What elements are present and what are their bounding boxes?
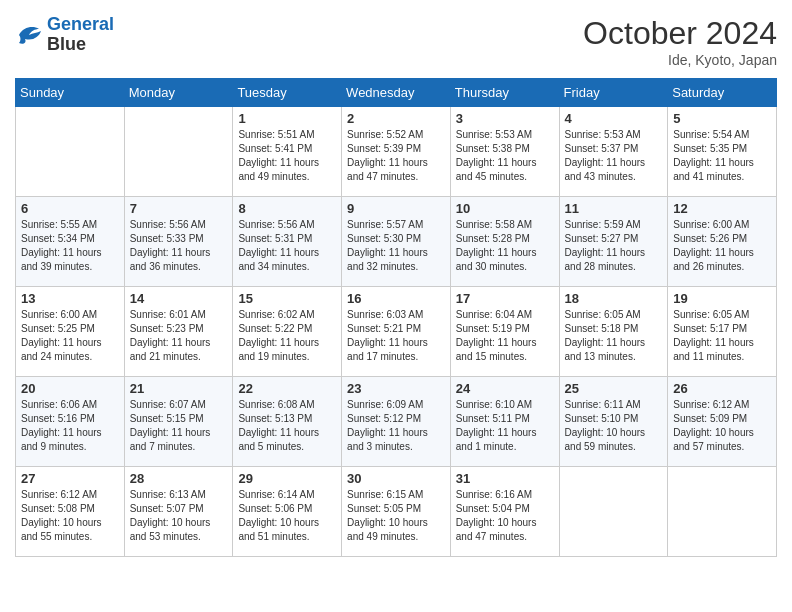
day-number: 3 [456,111,554,126]
calendar-cell [668,467,777,557]
day-number: 30 [347,471,445,486]
calendar-cell: 9Sunrise: 5:57 AM Sunset: 5:30 PM Daylig… [342,197,451,287]
calendar-week-2: 6Sunrise: 5:55 AM Sunset: 5:34 PM Daylig… [16,197,777,287]
day-number: 2 [347,111,445,126]
day-number: 20 [21,381,119,396]
day-info: Sunrise: 6:00 AM Sunset: 5:26 PM Dayligh… [673,218,771,274]
calendar-week-3: 13Sunrise: 6:00 AM Sunset: 5:25 PM Dayli… [16,287,777,377]
calendar-header-row: SundayMondayTuesdayWednesdayThursdayFrid… [16,79,777,107]
day-info: Sunrise: 5:57 AM Sunset: 5:30 PM Dayligh… [347,218,445,274]
day-info: Sunrise: 5:55 AM Sunset: 5:34 PM Dayligh… [21,218,119,274]
day-info: Sunrise: 5:53 AM Sunset: 5:38 PM Dayligh… [456,128,554,184]
calendar-cell: 27Sunrise: 6:12 AM Sunset: 5:08 PM Dayli… [16,467,125,557]
day-info: Sunrise: 5:54 AM Sunset: 5:35 PM Dayligh… [673,128,771,184]
col-header-wednesday: Wednesday [342,79,451,107]
day-info: Sunrise: 6:08 AM Sunset: 5:13 PM Dayligh… [238,398,336,454]
day-info: Sunrise: 6:04 AM Sunset: 5:19 PM Dayligh… [456,308,554,364]
calendar-cell: 5Sunrise: 5:54 AM Sunset: 5:35 PM Daylig… [668,107,777,197]
title-area: October 2024 Ide, Kyoto, Japan [583,15,777,68]
day-number: 10 [456,201,554,216]
day-info: Sunrise: 5:51 AM Sunset: 5:41 PM Dayligh… [238,128,336,184]
day-number: 19 [673,291,771,306]
calendar-week-4: 20Sunrise: 6:06 AM Sunset: 5:16 PM Dayli… [16,377,777,467]
calendar-cell: 18Sunrise: 6:05 AM Sunset: 5:18 PM Dayli… [559,287,668,377]
calendar-cell: 31Sunrise: 6:16 AM Sunset: 5:04 PM Dayli… [450,467,559,557]
day-info: Sunrise: 6:12 AM Sunset: 5:09 PM Dayligh… [673,398,771,454]
calendar-cell: 16Sunrise: 6:03 AM Sunset: 5:21 PM Dayli… [342,287,451,377]
calendar-cell: 11Sunrise: 5:59 AM Sunset: 5:27 PM Dayli… [559,197,668,287]
day-number: 9 [347,201,445,216]
day-number: 16 [347,291,445,306]
calendar-cell [16,107,125,197]
calendar-cell: 2Sunrise: 5:52 AM Sunset: 5:39 PM Daylig… [342,107,451,197]
calendar-cell: 8Sunrise: 5:56 AM Sunset: 5:31 PM Daylig… [233,197,342,287]
page-header: GeneralBlue October 2024 Ide, Kyoto, Jap… [15,15,777,68]
day-info: Sunrise: 6:00 AM Sunset: 5:25 PM Dayligh… [21,308,119,364]
day-number: 18 [565,291,663,306]
calendar-cell: 23Sunrise: 6:09 AM Sunset: 5:12 PM Dayli… [342,377,451,467]
day-number: 11 [565,201,663,216]
day-number: 12 [673,201,771,216]
day-info: Sunrise: 6:10 AM Sunset: 5:11 PM Dayligh… [456,398,554,454]
calendar-cell: 7Sunrise: 5:56 AM Sunset: 5:33 PM Daylig… [124,197,233,287]
calendar-cell [124,107,233,197]
day-number: 22 [238,381,336,396]
col-header-sunday: Sunday [16,79,125,107]
calendar-week-1: 1Sunrise: 5:51 AM Sunset: 5:41 PM Daylig… [16,107,777,197]
day-info: Sunrise: 6:07 AM Sunset: 5:15 PM Dayligh… [130,398,228,454]
calendar-cell: 19Sunrise: 6:05 AM Sunset: 5:17 PM Dayli… [668,287,777,377]
day-info: Sunrise: 5:59 AM Sunset: 5:27 PM Dayligh… [565,218,663,274]
calendar-cell: 6Sunrise: 5:55 AM Sunset: 5:34 PM Daylig… [16,197,125,287]
calendar-cell: 3Sunrise: 5:53 AM Sunset: 5:38 PM Daylig… [450,107,559,197]
calendar-cell: 12Sunrise: 6:00 AM Sunset: 5:26 PM Dayli… [668,197,777,287]
day-info: Sunrise: 5:58 AM Sunset: 5:28 PM Dayligh… [456,218,554,274]
calendar-cell [559,467,668,557]
day-info: Sunrise: 5:56 AM Sunset: 5:33 PM Dayligh… [130,218,228,274]
day-info: Sunrise: 6:01 AM Sunset: 5:23 PM Dayligh… [130,308,228,364]
day-number: 13 [21,291,119,306]
location-subtitle: Ide, Kyoto, Japan [583,52,777,68]
day-number: 17 [456,291,554,306]
logo-icon [15,23,43,47]
day-number: 31 [456,471,554,486]
col-header-monday: Monday [124,79,233,107]
calendar-cell: 13Sunrise: 6:00 AM Sunset: 5:25 PM Dayli… [16,287,125,377]
calendar-body: 1Sunrise: 5:51 AM Sunset: 5:41 PM Daylig… [16,107,777,557]
day-number: 26 [673,381,771,396]
day-number: 4 [565,111,663,126]
day-info: Sunrise: 6:05 AM Sunset: 5:18 PM Dayligh… [565,308,663,364]
day-info: Sunrise: 6:15 AM Sunset: 5:05 PM Dayligh… [347,488,445,544]
calendar-cell: 30Sunrise: 6:15 AM Sunset: 5:05 PM Dayli… [342,467,451,557]
calendar-cell: 20Sunrise: 6:06 AM Sunset: 5:16 PM Dayli… [16,377,125,467]
calendar-cell: 15Sunrise: 6:02 AM Sunset: 5:22 PM Dayli… [233,287,342,377]
day-number: 6 [21,201,119,216]
calendar-cell: 22Sunrise: 6:08 AM Sunset: 5:13 PM Dayli… [233,377,342,467]
calendar-cell: 17Sunrise: 6:04 AM Sunset: 5:19 PM Dayli… [450,287,559,377]
calendar-cell: 4Sunrise: 5:53 AM Sunset: 5:37 PM Daylig… [559,107,668,197]
calendar-cell: 29Sunrise: 6:14 AM Sunset: 5:06 PM Dayli… [233,467,342,557]
day-info: Sunrise: 6:11 AM Sunset: 5:10 PM Dayligh… [565,398,663,454]
calendar-cell: 10Sunrise: 5:58 AM Sunset: 5:28 PM Dayli… [450,197,559,287]
calendar-table: SundayMondayTuesdayWednesdayThursdayFrid… [15,78,777,557]
day-info: Sunrise: 6:06 AM Sunset: 5:16 PM Dayligh… [21,398,119,454]
day-number: 7 [130,201,228,216]
logo: GeneralBlue [15,15,114,55]
day-info: Sunrise: 6:13 AM Sunset: 5:07 PM Dayligh… [130,488,228,544]
day-info: Sunrise: 5:52 AM Sunset: 5:39 PM Dayligh… [347,128,445,184]
calendar-cell: 28Sunrise: 6:13 AM Sunset: 5:07 PM Dayli… [124,467,233,557]
col-header-tuesday: Tuesday [233,79,342,107]
calendar-cell: 25Sunrise: 6:11 AM Sunset: 5:10 PM Dayli… [559,377,668,467]
day-info: Sunrise: 5:53 AM Sunset: 5:37 PM Dayligh… [565,128,663,184]
day-number: 27 [21,471,119,486]
day-number: 25 [565,381,663,396]
calendar-cell: 1Sunrise: 5:51 AM Sunset: 5:41 PM Daylig… [233,107,342,197]
logo-text: GeneralBlue [47,15,114,55]
day-info: Sunrise: 6:16 AM Sunset: 5:04 PM Dayligh… [456,488,554,544]
day-number: 24 [456,381,554,396]
day-info: Sunrise: 5:56 AM Sunset: 5:31 PM Dayligh… [238,218,336,274]
day-info: Sunrise: 6:14 AM Sunset: 5:06 PM Dayligh… [238,488,336,544]
day-number: 15 [238,291,336,306]
col-header-friday: Friday [559,79,668,107]
calendar-week-5: 27Sunrise: 6:12 AM Sunset: 5:08 PM Dayli… [16,467,777,557]
col-header-thursday: Thursday [450,79,559,107]
